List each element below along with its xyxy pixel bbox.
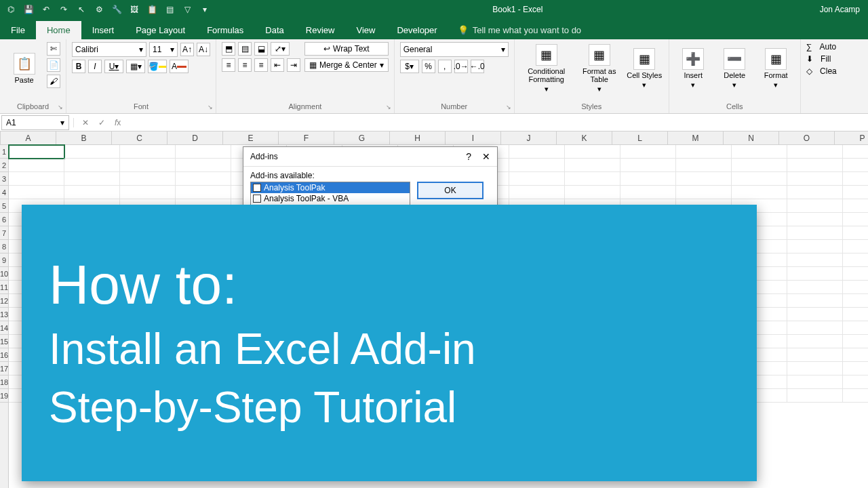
cell[interactable] — [732, 145, 787, 159]
borders-icon[interactable]: ▦▾ — [126, 60, 145, 73]
cell[interactable] — [620, 145, 676, 159]
tab-file[interactable]: File — [0, 21, 36, 39]
cell-styles-button[interactable]: ▦Cell Styles▾ — [626, 42, 663, 95]
cell[interactable] — [843, 294, 868, 308]
cell[interactable] — [843, 375, 868, 389]
cell[interactable] — [732, 172, 787, 186]
align-middle-icon[interactable]: ▤ — [238, 42, 252, 56]
row-header[interactable]: 12 — [0, 294, 8, 308]
row-header[interactable]: 11 — [0, 281, 8, 294]
wrap-text-button[interactable]: ↩ Wrap Text — [304, 42, 389, 56]
cell[interactable] — [176, 159, 231, 172]
italic-button[interactable]: I — [88, 60, 102, 73]
increase-indent-icon[interactable]: ⇥ — [287, 58, 300, 72]
checkbox-icon[interactable] — [253, 195, 261, 203]
cell[interactable] — [732, 186, 787, 199]
cell[interactable] — [176, 145, 231, 159]
column-header[interactable]: F — [279, 131, 334, 144]
cell[interactable] — [843, 213, 868, 226]
cell[interactable] — [509, 186, 565, 199]
decrease-indent-icon[interactable]: ⇤ — [271, 58, 284, 72]
redo-icon[interactable]: ↷ — [58, 4, 69, 15]
cell[interactable] — [843, 172, 868, 186]
fill-color-icon[interactable]: 🪣 — [148, 60, 167, 73]
cell[interactable] — [509, 145, 565, 159]
cell[interactable] — [843, 362, 868, 375]
cell[interactable] — [787, 389, 843, 403]
align-center-icon[interactable]: ≡ — [238, 58, 252, 72]
column-header[interactable]: D — [167, 131, 223, 144]
cell[interactable] — [9, 159, 64, 172]
gear-icon[interactable]: ⚙ — [94, 4, 104, 15]
row-header[interactable]: 4 — [0, 186, 8, 199]
cell[interactable] — [509, 159, 565, 172]
cell[interactable] — [787, 321, 843, 335]
percent-icon[interactable]: % — [422, 60, 435, 73]
cell[interactable] — [787, 308, 843, 321]
tab-data[interactable]: Data — [254, 21, 294, 39]
cell[interactable] — [843, 240, 868, 253]
addins-listbox[interactable]: Analysis ToolPak Analysis ToolPak - VBA — [250, 182, 410, 207]
cell[interactable] — [787, 172, 843, 186]
column-header[interactable]: E — [223, 131, 279, 144]
decrease-font-icon[interactable]: A↓ — [197, 43, 210, 56]
font-size-combo[interactable]: 11▾ — [149, 42, 178, 57]
column-header[interactable]: I — [446, 131, 501, 144]
cell[interactable] — [120, 159, 176, 172]
delete-button[interactable]: ➖Delete▾ — [716, 42, 753, 95]
orientation-icon[interactable]: ⤢▾ — [271, 42, 290, 56]
cell[interactable] — [787, 267, 843, 281]
qat-more-icon[interactable]: ▾ — [199, 4, 210, 15]
row-header[interactable]: 2 — [0, 159, 8, 172]
number-launcher-icon[interactable]: ↘ — [506, 104, 511, 110]
merge-center-button[interactable]: ▦ Merge & Center ▾ — [304, 58, 389, 72]
save-icon[interactable]: 💾 — [23, 4, 34, 15]
copy-icon2[interactable]: 📄 — [47, 58, 60, 72]
cancel-formula-icon[interactable]: ✕ — [82, 118, 89, 127]
cell[interactable] — [676, 172, 732, 186]
row-header[interactable]: 5 — [0, 199, 8, 213]
align-right-icon[interactable]: ≡ — [254, 58, 268, 72]
cell[interactable] — [843, 321, 868, 335]
cell[interactable] — [64, 145, 120, 159]
column-header[interactable]: H — [390, 131, 446, 144]
cell[interactable] — [843, 389, 868, 403]
cell[interactable] — [843, 267, 868, 281]
autosum-icon[interactable]: ∑ — [806, 42, 812, 52]
list-item[interactable]: Analysis ToolPak — [251, 182, 410, 193]
cell[interactable] — [565, 145, 620, 159]
number-format-combo[interactable]: General▾ — [400, 42, 509, 57]
cell[interactable] — [843, 186, 868, 199]
cell[interactable] — [843, 281, 868, 294]
cell[interactable] — [843, 159, 868, 172]
sort-icon[interactable]: ▤ — [164, 4, 175, 15]
checkbox-icon[interactable] — [253, 184, 261, 192]
cell[interactable] — [843, 199, 868, 213]
cell[interactable] — [787, 186, 843, 199]
enter-formula-icon[interactable]: ✓ — [98, 118, 105, 127]
cell[interactable] — [676, 145, 732, 159]
row-header[interactable]: 9 — [0, 253, 8, 267]
row-header[interactable]: 1 — [0, 145, 8, 159]
tab-formulas[interactable]: Formulas — [196, 21, 254, 39]
align-top-icon[interactable]: ⬒ — [222, 42, 235, 56]
cut-icon[interactable]: ✄ — [47, 42, 60, 56]
cell[interactable] — [843, 145, 868, 159]
column-header[interactable]: L — [612, 131, 668, 144]
fx-icon[interactable]: fx — [115, 118, 121, 127]
column-header[interactable]: N — [724, 131, 779, 144]
cell[interactable] — [509, 172, 565, 186]
font-launcher-icon[interactable]: ↘ — [208, 104, 213, 110]
cell[interactable] — [565, 186, 620, 199]
format-button[interactable]: ▦Format▾ — [757, 42, 795, 95]
fill-icon[interactable]: ⬇ — [806, 54, 813, 64]
cell[interactable] — [787, 362, 843, 375]
clipboard-launcher-icon[interactable]: ↘ — [58, 104, 63, 110]
accounting-icon[interactable]: $▾ — [400, 60, 419, 73]
cell[interactable] — [787, 213, 843, 226]
cell[interactable] — [676, 186, 732, 199]
dialog-titlebar[interactable]: Add-ins ? ✕ — [243, 147, 497, 167]
cell[interactable] — [9, 172, 64, 186]
increase-decimal-icon[interactable]: .0→ — [454, 60, 468, 73]
clear-icon[interactable]: ◇ — [806, 66, 812, 76]
